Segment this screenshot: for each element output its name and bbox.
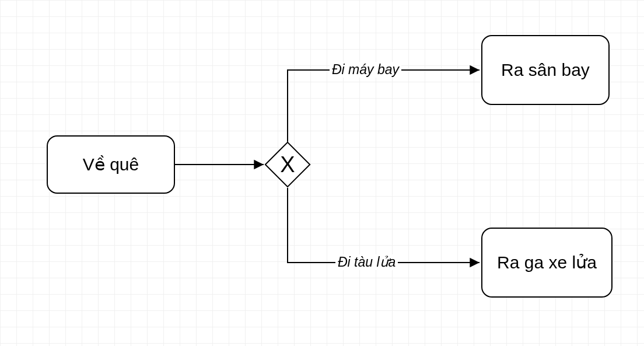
edge-label-airport[interactable]: Đi máy bay xyxy=(330,62,401,78)
node-train-label: Ra ga xe lửa xyxy=(497,253,597,273)
edge-gateway-to-airport[interactable] xyxy=(288,70,480,142)
diagram-canvas[interactable]: Về quê X Ra sân bay Ra ga xe lửa Đi máy … xyxy=(0,0,644,346)
node-airport[interactable]: Ra sân bay xyxy=(481,35,610,105)
node-start[interactable]: Về quê xyxy=(47,135,175,194)
edge-gateway-to-train[interactable] xyxy=(288,188,480,263)
gateway-exclusive[interactable]: X xyxy=(264,141,311,188)
gateway-x-icon: X xyxy=(264,141,311,188)
node-airport-label: Ra sân bay xyxy=(501,60,590,81)
node-train[interactable]: Ra ga xe lửa xyxy=(481,228,612,298)
node-start-label: Về quê xyxy=(83,155,139,175)
edge-label-train[interactable]: Đi tàu lửa xyxy=(335,254,398,270)
